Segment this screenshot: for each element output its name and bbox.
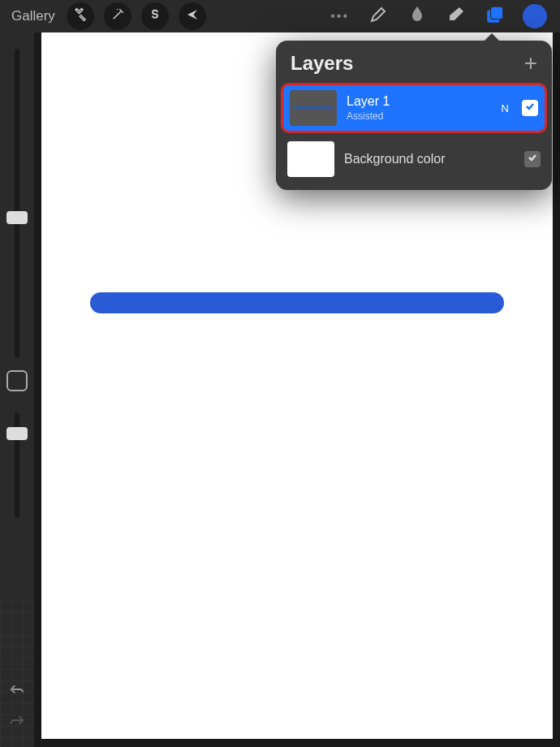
add-layer-button[interactable]: + — [524, 52, 537, 75]
layer-visibility-checkbox[interactable] — [524, 151, 541, 167]
plus-icon: + — [524, 50, 537, 76]
check-icon — [527, 152, 538, 166]
brush-size-slider-handle[interactable] — [6, 211, 28, 224]
adjustments-button[interactable] — [104, 2, 131, 30]
left-sidebar — [0, 32, 34, 747]
smudge-tool-button[interactable] — [399, 0, 435, 32]
layer-row-layer1[interactable]: Layer 1 Assisted N — [281, 83, 547, 133]
layers-button[interactable] — [477, 0, 513, 32]
brush-tool-button[interactable] — [360, 0, 396, 32]
opacity-slider-handle[interactable] — [6, 427, 28, 440]
layer-visibility-checkbox[interactable] — [522, 100, 538, 116]
brush-icon — [368, 5, 388, 28]
wand-icon — [110, 7, 125, 25]
blend-mode-letter[interactable]: N — [502, 102, 509, 114]
eraser-tool-button[interactable] — [438, 0, 474, 32]
svg-rect-1 — [491, 6, 503, 19]
layer-info: Background color — [344, 152, 515, 166]
layers-panel-title: Layers — [291, 52, 353, 75]
layer-name-label: Layer 1 — [347, 94, 492, 109]
s-icon — [148, 7, 162, 25]
dots-icon: ••• — [330, 9, 349, 23]
layer-thumbnail — [290, 90, 337, 126]
undo-redo-group — [8, 682, 26, 731]
eraser-icon — [446, 5, 466, 28]
modify-square-button[interactable] — [6, 370, 28, 391]
layers-panel-header: Layers + — [276, 41, 552, 83]
redo-icon — [8, 716, 26, 730]
layer-name-label: Background color — [344, 152, 515, 166]
actions-button[interactable] — [67, 2, 94, 30]
opacity-slider-track[interactable] — [15, 412, 19, 518]
wrench-icon — [73, 7, 88, 25]
selection-button[interactable] — [141, 2, 169, 30]
smudge-icon — [407, 5, 427, 28]
color-picker-button[interactable] — [523, 4, 547, 28]
redo-button[interactable] — [8, 713, 26, 731]
undo-icon — [8, 685, 26, 699]
arrow-icon — [185, 7, 200, 25]
undo-button[interactable] — [8, 682, 26, 700]
layers-icon — [485, 4, 506, 28]
layers-panel: Layers + Layer 1 Assisted N Background c… — [276, 41, 552, 190]
top-toolbar: Gallery ••• — [0, 0, 560, 32]
gallery-button[interactable]: Gallery — [6, 5, 60, 28]
transform-button[interactable] — [179, 2, 206, 30]
layer-subtitle-label: Assisted — [347, 110, 492, 122]
check-icon — [524, 101, 536, 115]
drawn-stroke — [90, 292, 504, 313]
layer-info: Layer 1 Assisted — [347, 94, 492, 122]
thumbnail-stroke — [293, 106, 334, 109]
layer-thumbnail — [287, 141, 334, 177]
brush-size-slider-track[interactable] — [15, 49, 19, 357]
layer-row-background[interactable]: Background color — [281, 136, 547, 182]
modify-menu-button[interactable]: ••• — [330, 9, 349, 24]
